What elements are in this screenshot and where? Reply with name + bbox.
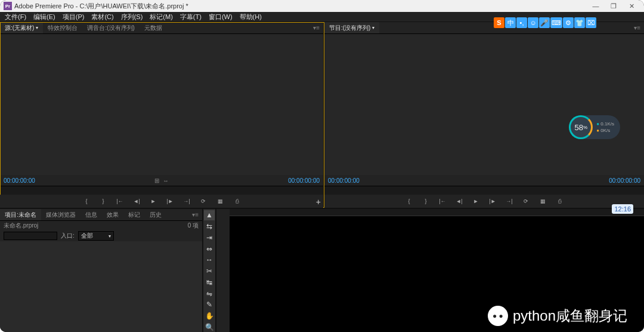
ime-mode-chinese[interactable]: 中 xyxy=(505,17,516,28)
sogou-logo-icon[interactable]: S xyxy=(494,17,504,28)
tab-program[interactable]: 节目:(没有序列)▾ xyxy=(324,22,379,33)
settings-icon[interactable]: ↔ xyxy=(163,177,169,184)
ime-softpad-icon[interactable]: ⌧ xyxy=(586,17,596,28)
tools-panel: ▲ ⇆ ⇥ ⇔ ↔ ✂ ↹ ⇋ ✎ ✋ 🔍 xyxy=(203,209,216,332)
go-to-out-button[interactable]: →| xyxy=(181,196,192,206)
in-point-value: 全部 xyxy=(81,232,93,240)
menu-project[interactable]: 项目(P) xyxy=(59,13,88,21)
window-maximize-button[interactable]: ❐ xyxy=(605,0,623,12)
premiere-app-icon: Pr xyxy=(4,2,12,10)
menu-title[interactable]: 字幕(T) xyxy=(177,13,205,21)
mark-out-button[interactable]: } xyxy=(98,196,109,206)
source-tc-out[interactable]: 00:00:00:00 xyxy=(288,177,320,184)
panel-menu-icon[interactable]: ▾≡ xyxy=(630,24,644,31)
play-button[interactable]: ► xyxy=(148,196,159,206)
speed-rates: 0.1K/s 0K/s xyxy=(596,121,614,134)
menu-file[interactable]: 文件(F) xyxy=(1,13,30,21)
fit-icon[interactable]: ⊞ xyxy=(154,177,159,184)
source-scrub-bar[interactable] xyxy=(0,186,323,195)
add-button-icon[interactable]: + xyxy=(316,197,321,207)
mark-in-button[interactable]: { xyxy=(404,196,414,206)
project-filter-row: 入口: 全部▾ xyxy=(0,230,202,241)
safe-margins-button[interactable]: ▦ xyxy=(215,196,225,206)
network-speed-widget[interactable]: 58% 0.1K/s 0K/s xyxy=(569,115,620,139)
window-close-button[interactable]: ✕ xyxy=(623,0,640,12)
rolling-edit-tool[interactable]: ⇔ xyxy=(204,244,215,254)
step-back-button[interactable]: ◄| xyxy=(131,196,142,206)
program-monitor-viewport[interactable] xyxy=(324,34,644,175)
timeline-ruler[interactable] xyxy=(230,209,644,216)
play-button[interactable]: ► xyxy=(470,196,481,206)
menu-clip[interactable]: 素材(C) xyxy=(88,13,117,21)
ime-skin-icon[interactable]: 👕 xyxy=(574,17,585,28)
menu-window[interactable]: 窗口(W) xyxy=(205,13,236,21)
project-tabstrip: 项目:未命名 媒体浏览器 信息 效果 标记 历史 ▾≡ xyxy=(0,209,202,221)
mark-out-button[interactable]: } xyxy=(420,196,431,206)
tab-audio-mixer[interactable]: 调音台:(没有序列) xyxy=(82,22,139,33)
lift-button[interactable]: ⟳ xyxy=(521,196,531,206)
program-scrub-bar[interactable] xyxy=(324,186,644,195)
window-titlebar: Pr Adobe Premiere Pro - C:\用户\HUAWEI\下载\… xyxy=(0,0,644,12)
tab-info[interactable]: 信息 xyxy=(80,209,102,220)
ime-punct-icon[interactable]: •, xyxy=(516,17,527,28)
tab-program-label: 节目:(没有序列) xyxy=(329,24,370,32)
ripple-edit-tool[interactable]: ⇥ xyxy=(204,232,215,242)
razor-tool[interactable]: ✂ xyxy=(204,266,215,276)
step-forward-button[interactable]: |► xyxy=(487,196,498,206)
selection-tool[interactable]: ▲ xyxy=(204,210,215,220)
rate-stretch-tool[interactable]: ↔ xyxy=(204,255,215,265)
mark-in-button[interactable]: { xyxy=(81,196,92,206)
project-panel: 项目:未命名 媒体浏览器 信息 效果 标记 历史 ▾≡ 未命名.prproj 0… xyxy=(0,209,203,332)
project-search-input[interactable] xyxy=(4,232,57,240)
clock-overlay: 12:16 xyxy=(612,204,633,214)
project-header-row: 未命名.prproj 0 项 xyxy=(0,221,202,230)
panel-menu-icon[interactable]: ▾≡ xyxy=(309,24,323,31)
zoom-tool[interactable]: 🔍 xyxy=(204,322,215,332)
ime-settings-icon[interactable]: ⚙ xyxy=(563,17,574,28)
slide-tool[interactable]: ⇋ xyxy=(204,288,215,299)
loop-button[interactable]: ⟳ xyxy=(198,196,209,206)
in-point-label: 入口: xyxy=(61,232,75,240)
tab-effects[interactable]: 效果 xyxy=(102,209,123,220)
go-to-in-button[interactable]: |← xyxy=(437,196,448,206)
menu-help[interactable]: 帮助(H) xyxy=(236,13,265,21)
go-to-out-button[interactable]: →| xyxy=(504,196,515,206)
upper-monitors: 源:(无素材)▾ 特效控制台 调音台:(没有序列) 元数据 ▾≡ 00:00:0… xyxy=(0,22,644,208)
slip-tool[interactable]: ↹ xyxy=(204,277,215,287)
tab-media-browser[interactable]: 媒体浏览器 xyxy=(41,209,80,220)
ime-mic-icon[interactable]: 🎤 xyxy=(539,17,550,28)
program-tc-in[interactable]: 00:00:00:00 xyxy=(328,177,360,184)
tab-metadata[interactable]: 元数据 xyxy=(140,22,167,33)
hand-tool[interactable]: ✋ xyxy=(204,311,215,321)
ime-keyboard-icon[interactable]: ⌨ xyxy=(550,17,562,28)
source-monitor-viewport[interactable] xyxy=(0,34,323,175)
menu-edit[interactable]: 编辑(E) xyxy=(30,13,59,21)
go-to-in-button[interactable]: |← xyxy=(114,196,125,206)
ime-emoji-icon[interactable]: ☺ xyxy=(528,17,538,28)
menu-sequence[interactable]: 序列(S) xyxy=(117,13,147,21)
tab-markers[interactable]: 标记 xyxy=(123,209,145,220)
ime-toolbar[interactable]: S 中 •, ☺ 🎤 ⌨ ⚙ 👕 ⌧ xyxy=(494,17,596,28)
tab-effect-controls[interactable]: 特效控制台 xyxy=(43,22,82,33)
window-minimize-button[interactable]: — xyxy=(587,0,605,12)
track-select-tool[interactable]: ⇆ xyxy=(204,222,215,232)
pen-tool[interactable]: ✎ xyxy=(204,300,215,310)
source-transport: { } |← ◄| ► |► →| ⟳ ▦ ⎙ + xyxy=(0,195,323,208)
step-forward-button[interactable]: |► xyxy=(165,196,175,206)
in-point-select[interactable]: 全部▾ xyxy=(78,231,114,241)
export-frame-button[interactable]: ⎙ xyxy=(231,196,242,206)
source-tc-in[interactable]: 00:00:00:00 xyxy=(4,177,35,184)
program-tc-out[interactable]: 00:00:00:00 xyxy=(609,177,640,184)
menu-marker[interactable]: 标记(M) xyxy=(146,13,177,21)
extract-button[interactable]: ▦ xyxy=(537,196,548,206)
tab-project[interactable]: 项目:未命名 xyxy=(0,209,41,220)
step-back-button[interactable]: ◄| xyxy=(454,196,465,206)
tab-history[interactable]: 历史 xyxy=(145,209,166,220)
timeline-track-header[interactable] xyxy=(216,209,230,332)
watermark: ● ● python咸鱼翻身记 xyxy=(488,306,627,326)
tab-source[interactable]: 源:(无素材)▾ xyxy=(0,22,43,33)
project-bin-area[interactable] xyxy=(0,241,202,332)
panel-menu-icon[interactable]: ▾≡ xyxy=(188,211,202,218)
export-frame-button[interactable]: ⎙ xyxy=(554,196,565,206)
project-item-count: 0 项 xyxy=(188,222,199,230)
